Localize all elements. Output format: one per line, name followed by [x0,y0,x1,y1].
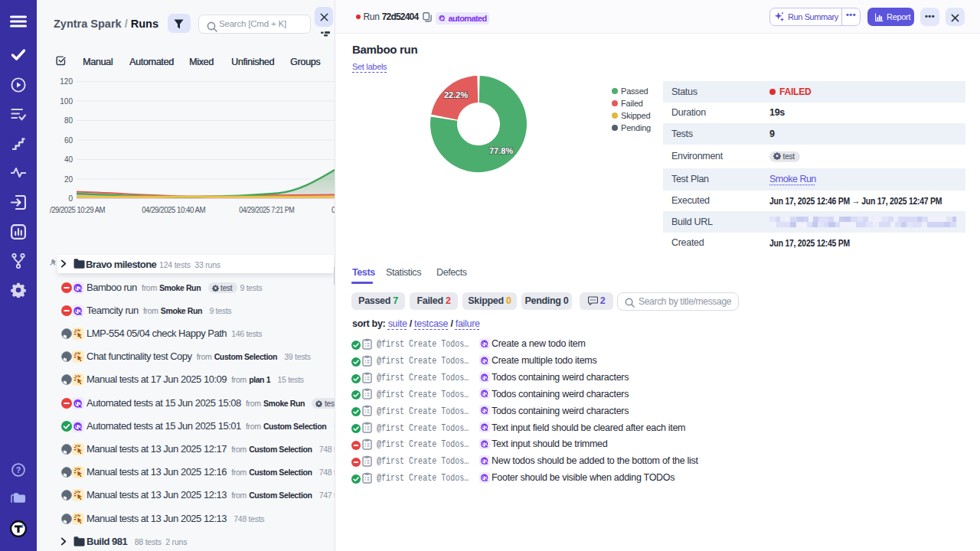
svg-text:04: 04 [332,206,335,214]
svg-text:40: 40 [64,155,74,164]
svg-text:100: 100 [60,97,73,106]
svg-text:?: ? [16,465,21,474]
svg-text:60: 60 [64,136,74,145]
svg-text:04/29/2025 7:21 PM: 04/29/2025 7:21 PM [239,206,294,214]
svg-text:22.2%: 22.2% [444,90,468,99]
svg-text:80: 80 [64,116,74,125]
svg-text:120: 120 [60,77,73,86]
svg-text:0: 0 [68,194,73,203]
svg-text:04/29/2025 10:40 AM: 04/29/2025 10:40 AM [142,206,205,214]
svg-text:77.8%: 77.8% [489,146,513,155]
svg-text:/29/2025 10:29 AM: /29/2025 10:29 AM [50,206,105,214]
svg-text:20: 20 [64,175,74,184]
